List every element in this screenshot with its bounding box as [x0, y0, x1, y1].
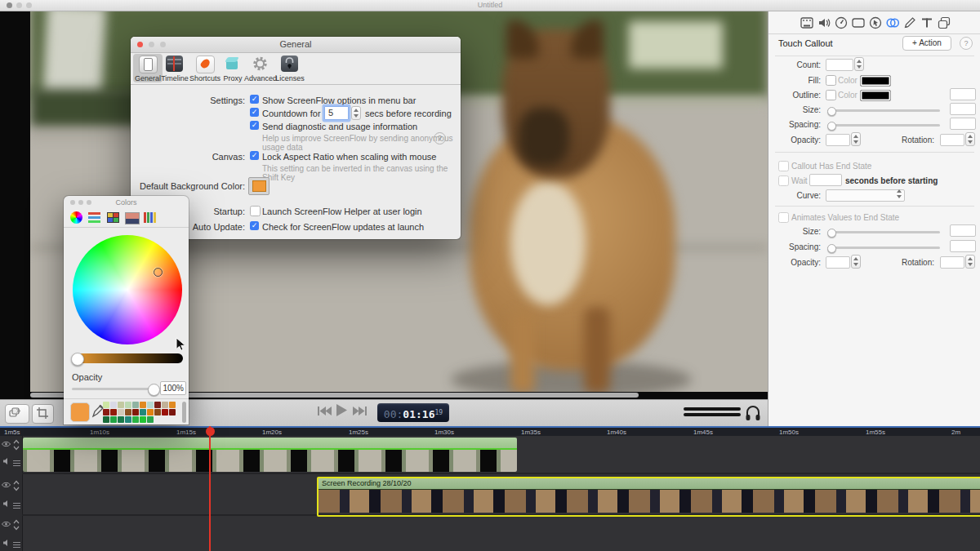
tab-annotations-icon[interactable]: [902, 16, 917, 30]
color-swatch[interactable]: [125, 409, 131, 415]
timeline-clip-dog-video[interactable]: [23, 438, 517, 472]
spacing-field[interactable]: [950, 118, 976, 130]
opacity-stepper[interactable]: [851, 132, 861, 146]
timeline-ruler[interactable]: 1m5s 1m10s 1m15s 1m20s 1m25s 1m30s 1m35s…: [0, 426, 980, 436]
count-field[interactable]: [826, 59, 853, 71]
end-spacing-field[interactable]: [950, 240, 976, 252]
diagnostic-help-button[interactable]: ?: [434, 132, 446, 144]
color-swatch[interactable]: [103, 402, 109, 408]
pencils-tab-icon[interactable]: [144, 212, 157, 223]
inspector-help-button[interactable]: ?: [960, 37, 973, 50]
animates-checkbox[interactable]: [778, 212, 789, 223]
tab-screen-recording-icon[interactable]: [851, 16, 866, 30]
end-rotation-field[interactable]: [940, 256, 964, 269]
end-size-slider[interactable]: [829, 231, 940, 233]
color-swatch[interactable]: [140, 402, 146, 408]
tab-text-icon[interactable]: [920, 16, 934, 30]
end-state-checkbox[interactable]: [778, 161, 789, 171]
track2-mute-icon[interactable]: [2, 500, 11, 508]
color-swatch[interactable]: [154, 402, 161, 408]
end-rotation-stepper[interactable]: [965, 255, 975, 269]
track3-options-handle[interactable]: [13, 542, 20, 548]
track1-mute-icon[interactable]: [2, 457, 11, 465]
outline-width-field[interactable]: [950, 88, 976, 100]
opacity-panel-slider[interactable]: [72, 388, 154, 390]
color-swatch[interactable]: [110, 402, 117, 408]
color-swatch[interactable]: [162, 409, 168, 415]
color-swatch[interactable]: [132, 416, 139, 423]
brightness-slider-knob[interactable]: [71, 353, 84, 366]
end-opacity-stepper[interactable]: [851, 255, 861, 269]
lock-aspect-checkbox[interactable]: ✓: [250, 151, 259, 160]
rotation-stepper[interactable]: [965, 132, 975, 146]
size-field[interactable]: [950, 103, 976, 115]
auto-update-checkbox[interactable]: ✓: [250, 221, 259, 230]
current-color-swatch[interactable]: [70, 402, 90, 422]
color-swatch[interactable]: [140, 416, 146, 423]
outline-color-checkbox[interactable]: [826, 90, 836, 100]
spacing-slider[interactable]: [829, 124, 940, 127]
color-swatch[interactable]: [118, 402, 124, 408]
tab-touch-callout-icon[interactable]: [885, 16, 900, 30]
swatch-scrollbar[interactable]: [182, 402, 186, 423]
color-swatch[interactable]: [147, 402, 154, 408]
countdown-seconds-field[interactable]: 5: [324, 106, 349, 120]
fill-color-well[interactable]: [860, 75, 891, 87]
color-swatch[interactable]: [147, 409, 154, 415]
wait-checkbox[interactable]: [778, 176, 789, 186]
outline-color-well[interactable]: [860, 90, 891, 101]
prefs-tab-licenses[interactable]: Licenses: [275, 55, 305, 82]
color-swatch[interactable]: [169, 409, 176, 415]
timeline-clip-screen-recording[interactable]: Screen Recording 28/10/20: [317, 477, 980, 517]
color-swatch[interactable]: [132, 409, 139, 415]
opacity-panel-knob[interactable]: [148, 384, 160, 396]
startup-checkbox[interactable]: [250, 206, 261, 216]
color-swatch[interactable]: [118, 416, 124, 423]
color-swatch[interactable]: [118, 409, 124, 415]
color-swatch[interactable]: [110, 409, 117, 415]
track1-visibility-icon[interactable]: [2, 441, 11, 447]
countdown-checkbox[interactable]: ✓: [250, 108, 259, 117]
forward-button[interactable]: [352, 405, 368, 420]
color-swatch[interactable]: [169, 402, 176, 408]
end-size-field[interactable]: [950, 224, 976, 237]
end-opacity-field[interactable]: [826, 256, 850, 269]
size-slider[interactable]: [829, 109, 940, 112]
tab-callout-icon[interactable]: [868, 16, 883, 30]
opacity-value-field[interactable]: 100%: [160, 381, 186, 395]
crop-button[interactable]: [32, 404, 54, 424]
color-swatch[interactable]: [147, 416, 154, 423]
rewind-button[interactable]: [317, 405, 332, 420]
track2-resize-icon[interactable]: [13, 480, 20, 491]
color-swatch[interactable]: [103, 409, 109, 415]
color-palettes-tab-icon[interactable]: [107, 212, 119, 223]
bg-color-well[interactable]: [248, 177, 270, 195]
color-sliders-tab-icon[interactable]: [88, 212, 100, 223]
snap-panels-button[interactable]: [5, 404, 29, 424]
opacity-field[interactable]: [826, 134, 850, 146]
image-palettes-tab-icon[interactable]: [125, 212, 140, 224]
color-swatch[interactable]: [154, 409, 161, 415]
tab-video-properties-icon[interactable]: [800, 16, 814, 30]
track2-visibility-icon[interactable]: [2, 482, 11, 488]
color-swatch[interactable]: [103, 416, 109, 423]
tab-media-icon[interactable]: [937, 16, 951, 30]
rotation-field[interactable]: [940, 134, 964, 146]
color-swatch[interactable]: [132, 402, 139, 408]
end-spacing-slider[interactable]: [829, 247, 940, 249]
headphones-icon[interactable]: [745, 404, 761, 422]
track3-mute-icon[interactable]: [2, 539, 11, 547]
color-wheel-tab-icon[interactable]: [70, 211, 82, 224]
menu-bar-checkbox[interactable]: ✓: [250, 95, 259, 104]
track1-resize-icon[interactable]: [13, 439, 20, 451]
track2-options-handle[interactable]: [13, 503, 20, 509]
curve-popup[interactable]: [826, 189, 905, 202]
play-button[interactable]: [336, 403, 348, 420]
tab-audio-properties-icon[interactable]: [817, 16, 831, 30]
color-wheel-crosshair[interactable]: [154, 268, 163, 277]
color-swatch[interactable]: [125, 416, 131, 423]
diagnostic-checkbox[interactable]: ✓: [250, 121, 259, 130]
count-stepper[interactable]: [854, 57, 864, 71]
track3-visibility-icon[interactable]: [2, 521, 11, 527]
fill-color-checkbox[interactable]: [826, 75, 836, 86]
